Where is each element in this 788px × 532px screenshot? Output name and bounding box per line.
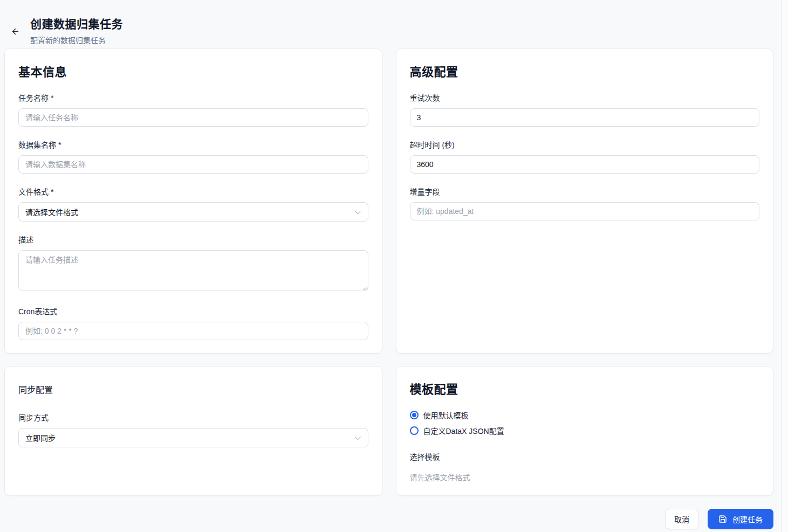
select-template-label: 选择模板	[410, 451, 760, 462]
task-name-label: 任务名称 *	[18, 92, 368, 103]
form-grid: 基本信息 任务名称 * 数据集名称 * 文件格式 * 请选择文件格式 描述	[4, 49, 773, 496]
description-label: 描述	[18, 234, 368, 245]
arrow-left-icon	[11, 27, 20, 36]
header-text: 创建数据归集任务 配置新的数据归集任务	[30, 15, 123, 45]
sync-mode-label: 同步方式	[18, 412, 368, 423]
dataset-name-label: 数据集名称 *	[18, 139, 368, 150]
timeout-field: 超时时间 (秒)	[410, 139, 760, 174]
create-task-button[interactable]: 创建任务	[708, 509, 773, 529]
radio-selected-icon	[410, 411, 419, 419]
cron-label: Cron表达式	[18, 306, 368, 316]
sync-mode-select[interactable]: 立即同步	[18, 428, 368, 447]
template-config-card: 模板配置 使用默认模板 自定义DataX JSON配置 选择模板 请先选择文件格…	[396, 366, 774, 496]
page-title: 创建数据归集任务	[30, 15, 123, 31]
file-format-select-value: 请选择文件格式	[25, 206, 78, 217]
radio-custom-datax-json-label: 自定义DataX JSON配置	[423, 425, 504, 436]
save-icon	[718, 515, 727, 523]
task-name-field: 任务名称 *	[18, 92, 368, 127]
incremental-field: 增量字段	[410, 186, 760, 220]
dataset-name-field: 数据集名称 *	[18, 139, 368, 174]
cron-input[interactable]	[18, 322, 368, 340]
radio-custom-datax-json[interactable]: 自定义DataX JSON配置	[410, 425, 760, 436]
file-format-label: 文件格式 *	[18, 186, 368, 197]
page-header: 创建数据归集任务 配置新的数据归集任务	[4, 0, 773, 49]
chevron-down-icon	[354, 434, 360, 440]
create-task-button-label: 创建任务	[732, 514, 763, 524]
radio-unselected-icon	[410, 426, 419, 435]
sync-mode-select-value: 立即同步	[25, 432, 56, 443]
cancel-button[interactable]: 取消	[665, 509, 698, 529]
description-textarea[interactable]	[18, 250, 368, 291]
timeout-label: 超时时间 (秒)	[410, 139, 760, 150]
advanced-config-card: 高级配置 重试次数 超时时间 (秒) 增量字段	[396, 49, 774, 354]
retry-field: 重试次数	[410, 92, 760, 127]
form-actions: 取消 创建任务	[4, 509, 773, 532]
create-task-page: 创建数据归集任务 配置新的数据归集任务 基本信息 任务名称 * 数据集名称 * …	[0, 0, 788, 532]
template-config-title: 模板配置	[410, 379, 760, 397]
radio-default-template[interactable]: 使用默认模板	[410, 410, 760, 420]
timeout-input[interactable]	[410, 155, 760, 174]
chevron-down-icon	[354, 208, 360, 214]
incremental-field-label: 增量字段	[410, 186, 760, 197]
file-format-select[interactable]: 请选择文件格式	[18, 202, 368, 222]
page-subtitle: 配置新的数据归集任务	[30, 34, 123, 45]
dataset-name-input[interactable]	[18, 155, 368, 174]
sync-config-title: 同步配置	[18, 383, 368, 396]
incremental-field-input[interactable]	[410, 202, 760, 220]
radio-default-template-label: 使用默认模板	[423, 410, 469, 420]
advanced-config-title: 高级配置	[410, 62, 760, 79]
template-radio-group: 使用默认模板 自定义DataX JSON配置	[410, 410, 760, 436]
sync-config-card: 同步配置 同步方式 立即同步	[4, 366, 382, 496]
basic-info-card: 基本信息 任务名称 * 数据集名称 * 文件格式 * 请选择文件格式 描述	[4, 49, 382, 354]
task-name-input[interactable]	[18, 108, 368, 127]
description-field: 描述	[18, 234, 368, 293]
back-button[interactable]	[8, 24, 23, 39]
file-format-field: 文件格式 * 请选择文件格式	[18, 186, 368, 222]
retry-input[interactable]	[410, 108, 760, 127]
select-template-hint: 请先选择文件格式	[410, 472, 760, 482]
sync-mode-field: 同步方式 立即同步	[18, 412, 368, 447]
basic-info-title: 基本信息	[18, 62, 368, 79]
cron-field: Cron表达式	[18, 306, 368, 340]
scrollbar[interactable]	[781, 0, 788, 532]
retry-label: 重试次数	[410, 92, 760, 103]
